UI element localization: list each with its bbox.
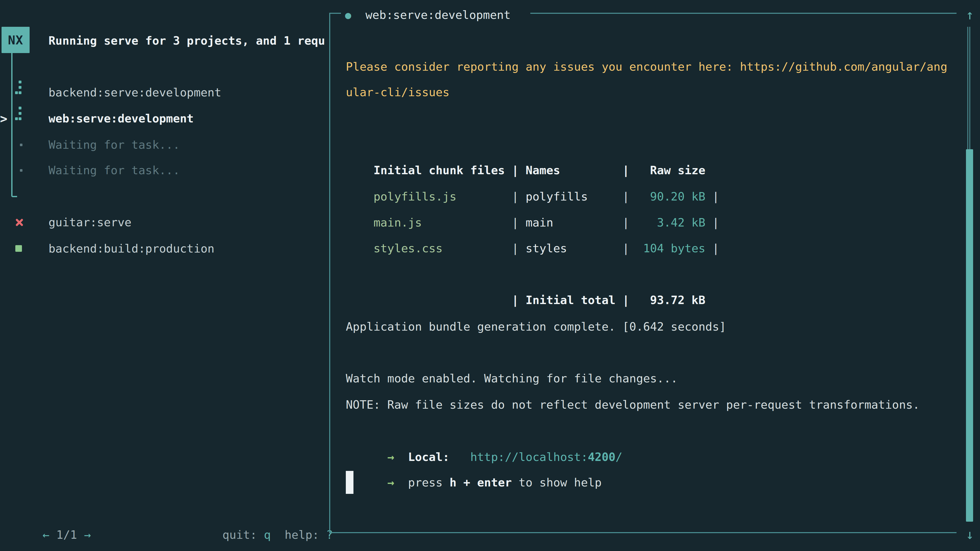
chunk-size: 104 bytes	[636, 235, 705, 262]
running-bullet-icon: ●	[345, 2, 351, 28]
issue-report-notice-line1: Please consider reporting any issues you…	[346, 54, 947, 80]
chunk-table-header: Initial chunk files| Names| Raw size	[346, 131, 705, 157]
chunk-table-row: styles.css| styles| 104 bytes |	[346, 210, 719, 235]
scroll-down-icon[interactable]: ↓	[962, 524, 977, 545]
pager-count: 1/1	[49, 528, 84, 541]
pager-next-icon[interactable]: →	[84, 528, 91, 541]
pager: ← 1/1 →	[15, 496, 91, 522]
arrow-right-icon: →	[373, 476, 408, 489]
total-label: Initial total	[525, 287, 622, 313]
panel-border-left	[329, 13, 330, 533]
sidebar-item-backend-build[interactable]: backend:build:production	[48, 236, 215, 262]
help-hint-line: → press h + enter to show help	[346, 444, 601, 470]
selected-chevron-icon: >	[0, 106, 11, 132]
sidebar-item-waiting-2[interactable]: Waiting for task...	[48, 157, 180, 183]
scrollbar-track[interactable]	[969, 27, 970, 149]
task-failed-icon	[14, 218, 24, 227]
panel-border-top	[530, 13, 956, 14]
chunk-table-row: main.js| main| 3.42 kB |	[346, 184, 719, 210]
nx-terminal-ui: NX Running serve for 3 projects, and 1 r…	[0, 0, 980, 551]
panel-border-top	[329, 13, 341, 14]
watch-mode-message: Watch mode enabled. Watching for file ch…	[346, 365, 678, 392]
chunk-file: styles.css	[373, 235, 512, 262]
chunk-table-row: polyfills.js| polyfills| 90.20 kB |	[346, 158, 719, 184]
spinner-icon	[15, 81, 22, 94]
waiting-dot-icon	[20, 144, 22, 146]
task-success-icon	[15, 245, 22, 252]
sidebar-item-backend-serve[interactable]: backend:serve:development	[48, 79, 221, 106]
terminal-cursor	[346, 471, 353, 494]
issue-report-notice-line2[interactable]: ular-cli/issues	[346, 79, 449, 105]
sidebar-title: Running serve for 3 projects, and 1 requ	[48, 28, 329, 54]
help-keys: h + enter	[449, 476, 512, 489]
spinner-icon	[15, 106, 22, 120]
keyboard-hints: quit: q help: ?	[195, 496, 333, 522]
panel-border-bottom	[329, 532, 956, 533]
help-hint-label: help:	[285, 528, 326, 541]
scrollbar-track[interactable]	[967, 27, 968, 149]
nx-logo: NX	[2, 27, 30, 53]
waiting-dot-icon	[20, 169, 22, 171]
sidebar-item-web-serve[interactable]: web:serve:development	[48, 106, 194, 132]
chunk-table-total-row: | Initial total| 93.72 kB	[346, 261, 705, 287]
pager-prev-icon[interactable]: ←	[42, 528, 49, 541]
sidebar-item-waiting-1[interactable]: Waiting for task...	[48, 132, 180, 158]
total-size: 93.72 kB	[636, 287, 705, 313]
quit-key: q	[264, 528, 271, 541]
raw-size-note: NOTE: Raw file sizes do not reflect deve…	[346, 392, 920, 418]
sidebar-item-guitar-serve[interactable]: guitar:serve	[48, 210, 131, 235]
scroll-up-icon[interactable]: ↑	[962, 5, 977, 25]
local-server-line: → Local: http://localhost:4200/	[346, 418, 622, 444]
quit-hint-label: quit:	[222, 528, 264, 541]
panel-title: web:serve:development	[366, 2, 511, 28]
bundle-complete-message: Application bundle generation complete. …	[346, 314, 726, 340]
scrollbar-thumb[interactable]	[966, 149, 973, 522]
task-group-tree-line	[11, 53, 17, 197]
chunk-name: styles	[525, 235, 622, 262]
